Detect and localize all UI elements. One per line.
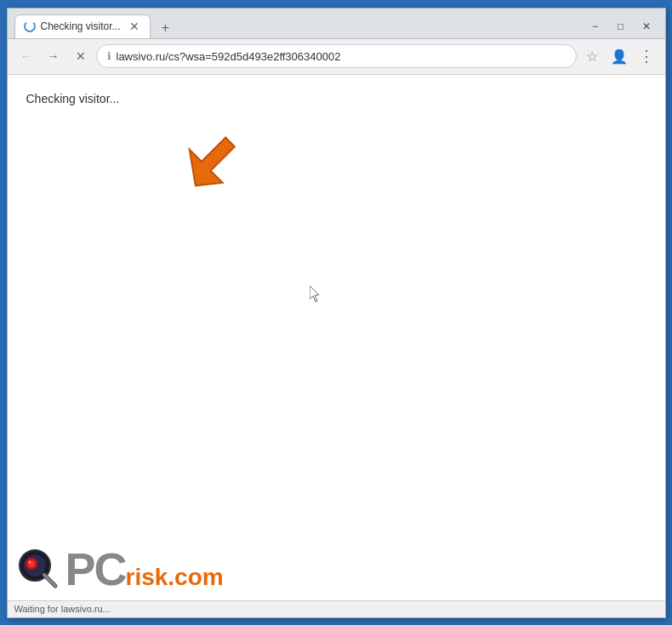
loading-spinner: [24, 20, 36, 32]
title-bar: Checking visitor... ✕ + − □ ✕: [8, 9, 665, 39]
tab-close-button[interactable]: ✕: [128, 20, 141, 33]
security-icon: ℹ: [107, 50, 111, 62]
close-window-button[interactable]: ✕: [635, 18, 658, 35]
url-text: lawsivo.ru/cs?wsa=592d5d493e2ff306340002: [117, 50, 566, 63]
pcrisk-text: PC risk.com: [65, 546, 224, 592]
reload-button[interactable]: ✕: [69, 44, 93, 68]
browser-window: Checking visitor... ✕ + − □ ✕ ← → ✕ ℹ la…: [7, 8, 666, 618]
arrow-indicator: [169, 117, 246, 197]
status-text: Waiting for lawsivo.ru...: [14, 604, 111, 614]
svg-marker-1: [310, 286, 319, 302]
page-content: Checking visitor...: [8, 75, 665, 600]
svg-point-6: [28, 560, 31, 563]
browser-tab[interactable]: Checking visitor... ✕: [14, 14, 151, 38]
pcrisk-icon: [16, 547, 60, 591]
maximize-button[interactable]: □: [609, 18, 633, 35]
menu-button[interactable]: ⋮: [635, 44, 658, 68]
profile-button[interactable]: 👤: [607, 44, 631, 68]
navigation-toolbar: ← → ✕ ℹ lawsivo.ru/cs?wsa=592d5d493e2ff3…: [8, 39, 665, 75]
risk-text: risk.com: [126, 564, 224, 591]
bookmark-button[interactable]: ☆: [580, 44, 604, 68]
checking-text: Checking visitor...: [26, 92, 120, 105]
window-controls: − □ ✕: [584, 18, 658, 38]
svg-marker-0: [174, 125, 246, 193]
pc-text: PC: [65, 546, 126, 592]
new-tab-button[interactable]: +: [154, 18, 178, 38]
mouse-cursor: [310, 286, 323, 303]
pcrisk-watermark: PC risk.com: [16, 546, 224, 592]
status-bar: Waiting for lawsivo.ru...: [8, 600, 665, 617]
forward-button[interactable]: →: [42, 44, 65, 68]
svg-line-8: [44, 575, 55, 586]
minimize-button[interactable]: −: [584, 18, 607, 35]
address-bar[interactable]: ℹ lawsivo.ru/cs?wsa=592d5d493e2ff3063400…: [96, 44, 577, 68]
pcrisk-logo: PC risk.com: [16, 546, 224, 592]
back-button[interactable]: ←: [14, 44, 38, 68]
tab-title: Checking visitor...: [41, 20, 122, 32]
